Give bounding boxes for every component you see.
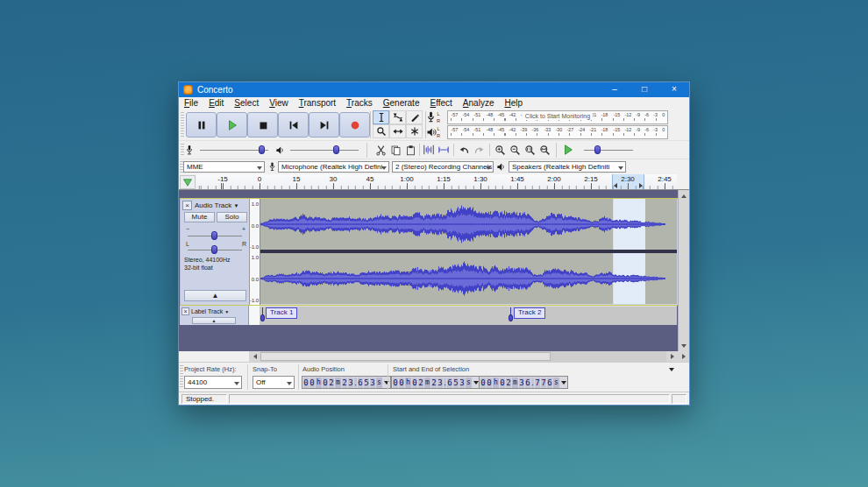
timecode-cell[interactable]: s bbox=[553, 378, 559, 388]
record-button[interactable] bbox=[339, 112, 370, 138]
label-track-collapse-button[interactable]: ▲ bbox=[192, 317, 236, 324]
snap-to-select[interactable]: Off bbox=[253, 376, 295, 389]
timecode-cell[interactable]: 0 bbox=[500, 378, 505, 388]
gain-slider-thumb[interactable] bbox=[211, 231, 217, 240]
silence-audio-button[interactable] bbox=[437, 143, 451, 157]
timecode-cell[interactable]: 0 bbox=[303, 378, 309, 388]
timecode-cell[interactable]: 2 bbox=[418, 378, 423, 388]
play-button[interactable] bbox=[217, 112, 247, 138]
collapse-track-button[interactable]: ▲ bbox=[184, 290, 246, 301]
label-marker-handle[interactable] bbox=[509, 314, 513, 321]
skip-to-end-button[interactable] bbox=[309, 112, 339, 138]
timecode-cell[interactable]: m bbox=[512, 378, 518, 388]
multi-tool-button[interactable] bbox=[406, 124, 423, 138]
close-button[interactable]: × bbox=[659, 82, 689, 97]
scroll-right-button[interactable] bbox=[666, 351, 678, 362]
paste-button[interactable] bbox=[403, 143, 417, 157]
timecode-cell[interactable]: 6 bbox=[547, 378, 552, 388]
timecode-cell[interactable]: 6 bbox=[358, 378, 363, 388]
selection-range-menu-chevron-icon[interactable] bbox=[669, 368, 674, 371]
timecode-cell[interactable]: . bbox=[354, 378, 357, 388]
vertical-scrollbar[interactable] bbox=[678, 190, 689, 351]
timecode-cell[interactable]: h bbox=[316, 378, 322, 388]
recording-meter[interactable]: L R -57-54-51-48-45-42-39-36-33-30-27-24… bbox=[424, 110, 687, 125]
label-chip[interactable]: Track 2 bbox=[514, 307, 545, 319]
horizontal-scroll-thumb[interactable] bbox=[260, 352, 551, 361]
timecode-format-chevron-icon[interactable] bbox=[384, 381, 389, 385]
menu-transport[interactable]: Transport bbox=[294, 97, 341, 109]
timecode-cell[interactable]: . bbox=[444, 378, 446, 388]
selection-start-field[interactable]: 00h02m23.653s bbox=[391, 376, 480, 389]
playback-device-select[interactable]: Speakers (Realtek High Definiti bbox=[509, 161, 626, 173]
zoom-in-button[interactable] bbox=[493, 143, 507, 157]
draw-tool-button[interactable] bbox=[406, 110, 423, 124]
timecode-cell[interactable]: 3 bbox=[459, 378, 465, 388]
timecode-cell[interactable]: 0 bbox=[487, 378, 492, 388]
trim-audio-button[interactable] bbox=[422, 143, 436, 157]
copy-button[interactable] bbox=[388, 143, 402, 157]
menu-analyze[interactable]: Analyze bbox=[458, 97, 500, 109]
timecode-cell[interactable]: 5 bbox=[364, 378, 369, 388]
timecode-cell[interactable]: m bbox=[335, 378, 341, 388]
solo-button[interactable]: Solo bbox=[217, 212, 247, 222]
timecode-cell[interactable]: 3 bbox=[370, 378, 375, 388]
label-track-area[interactable]: Track 1Track 2 bbox=[260, 306, 677, 325]
selection-toolbar-grip[interactable] bbox=[180, 365, 183, 389]
stop-button[interactable] bbox=[247, 112, 278, 138]
scroll-down-button[interactable] bbox=[679, 340, 689, 351]
timecode-cell[interactable]: m bbox=[424, 378, 430, 388]
timecode-cell[interactable]: s bbox=[376, 378, 382, 388]
timeline-ruler[interactable]: -1501530451:001:151:301:452:002:152:302:… bbox=[196, 174, 677, 189]
label-track-title-menu[interactable]: Label Track ▼ bbox=[191, 308, 229, 314]
audio-host-select[interactable]: MME bbox=[183, 161, 265, 173]
timecode-cell[interactable]: 5 bbox=[453, 378, 459, 388]
skip-to-start-button[interactable] bbox=[278, 112, 309, 138]
menu-effect[interactable]: Effect bbox=[424, 97, 457, 109]
waveform-left-channel[interactable] bbox=[260, 199, 677, 250]
minimize-button[interactable]: – bbox=[600, 82, 630, 97]
zoom-out-button[interactable] bbox=[508, 143, 522, 157]
timecode-cell[interactable]: 0 bbox=[309, 378, 315, 388]
playback-volume-slider[interactable] bbox=[290, 150, 359, 151]
pause-button[interactable] bbox=[186, 112, 217, 138]
playback-volume-thumb[interactable] bbox=[333, 145, 339, 154]
transport-toolbar-grip[interactable] bbox=[181, 112, 184, 137]
timecode-cell[interactable]: 3 bbox=[438, 378, 443, 388]
label-marker-handle[interactable] bbox=[260, 314, 265, 321]
timecode-cell[interactable]: 2 bbox=[329, 378, 334, 388]
menu-file[interactable]: File bbox=[179, 97, 203, 109]
play-speed-thumb[interactable] bbox=[594, 145, 601, 154]
vertical-scale-ruler[interactable]: 1.0 0.0 -1.0 1.0 0.0 -1.0 bbox=[250, 199, 260, 305]
playback-meter[interactable]: L R -57-54-51-48-45-42-39-36-33-30-27-24… bbox=[424, 125, 687, 140]
selection-tool-button[interactable] bbox=[373, 110, 389, 124]
waveform-right-channel[interactable] bbox=[260, 253, 677, 304]
timecode-cell[interactable]: . bbox=[531, 378, 534, 388]
menu-view[interactable]: View bbox=[264, 97, 294, 109]
timecode-cell[interactable]: 7 bbox=[535, 378, 540, 388]
timecode-cell[interactable]: 2 bbox=[506, 378, 511, 388]
scroll-right-corner-button[interactable] bbox=[678, 351, 689, 362]
timecode-cell[interactable]: 6 bbox=[447, 378, 452, 388]
recording-volume-thumb[interactable] bbox=[259, 145, 265, 154]
scroll-up-button[interactable] bbox=[679, 190, 689, 201]
maximize-button[interactable]: □ bbox=[630, 82, 659, 97]
menu-edit[interactable]: Edit bbox=[203, 97, 229, 109]
menu-select[interactable]: Select bbox=[229, 97, 264, 109]
timecode-cell[interactable]: 0 bbox=[480, 378, 486, 388]
timecode-cell[interactable]: s bbox=[466, 378, 472, 388]
title-bar[interactable]: Concerto – □ × bbox=[179, 82, 689, 97]
audio-track-close-button[interactable]: × bbox=[182, 201, 192, 210]
timecode-cell[interactable]: 0 bbox=[412, 378, 417, 388]
play-speed-slider[interactable] bbox=[584, 150, 633, 151]
timecode-cell[interactable]: h bbox=[405, 378, 411, 388]
timecode-cell[interactable]: 0 bbox=[323, 378, 328, 388]
zoom-tool-button[interactable] bbox=[373, 124, 389, 138]
timecode-cell[interactable]: 6 bbox=[525, 378, 530, 388]
scroll-left-button[interactable] bbox=[249, 351, 260, 362]
play-at-speed-button[interactable] bbox=[561, 143, 575, 157]
redo-button[interactable] bbox=[472, 143, 486, 157]
recording-device-select[interactable]: Microphone (Realtek High Defini bbox=[278, 161, 389, 173]
audio-track-title-menu[interactable]: Audio Track ▼ bbox=[195, 201, 238, 209]
pinned-playhead-button[interactable] bbox=[180, 175, 196, 189]
cut-button[interactable] bbox=[374, 143, 388, 157]
